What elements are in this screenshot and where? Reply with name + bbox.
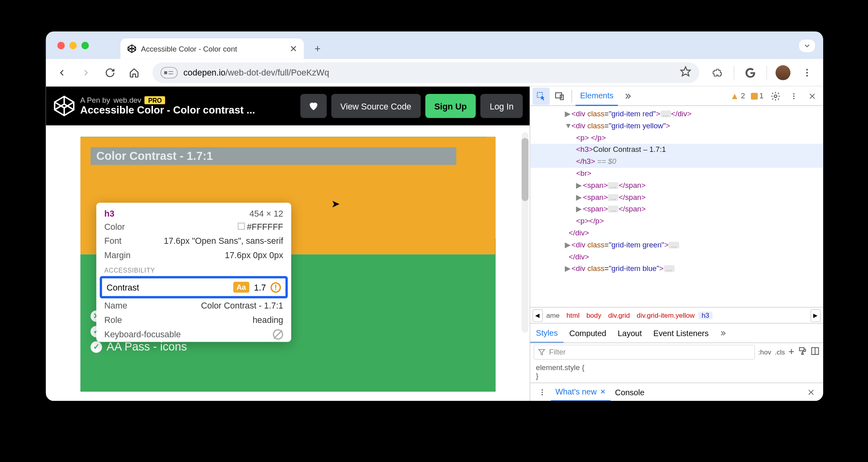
divider-icon: [734, 66, 734, 79]
tab-elements[interactable]: Elements: [576, 86, 618, 106]
tabs-overflow-button[interactable]: [619, 88, 636, 105]
window-maximize-icon[interactable]: [81, 42, 89, 50]
extensions-button[interactable]: [707, 62, 728, 83]
love-button[interactable]: [300, 94, 326, 118]
new-tab-button[interactable]: +: [310, 41, 326, 57]
mouse-cursor-icon: ➤: [331, 197, 340, 210]
issues-warnings[interactable]: ▲2: [728, 91, 747, 101]
pen-author[interactable]: web.dev: [114, 96, 141, 104]
devtools-menu-button[interactable]: [785, 88, 802, 105]
new-style-button[interactable]: +: [788, 346, 794, 358]
codepen-header: A Pen by web.dev PRO Accessible Color - …: [46, 86, 530, 125]
breadcrumb-item[interactable]: body: [583, 311, 604, 319]
info-square-icon: [751, 92, 758, 99]
computed-toggle-button[interactable]: [810, 346, 820, 357]
chrome-menu-button[interactable]: [797, 62, 818, 83]
bookmark-star-icon[interactable]: [680, 66, 692, 79]
dom-line-selected[interactable]: </h3> == $0: [530, 156, 823, 168]
close-icon[interactable]: ✕: [600, 387, 606, 395]
signup-button[interactable]: Sign Up: [425, 94, 476, 118]
forward-button[interactable]: [76, 62, 96, 83]
close-drawer-button[interactable]: [802, 383, 820, 400]
site-info-icon[interactable]: [160, 67, 178, 78]
dom-line[interactable]: ▶<span>…</span>: [530, 180, 823, 192]
svg-point-17: [774, 95, 777, 97]
tab-title: Accessible Color - Color cont: [141, 44, 285, 53]
contrast-chip: Aa: [233, 282, 250, 293]
window-close-icon[interactable]: [57, 42, 65, 50]
profile-avatar[interactable]: [773, 62, 794, 83]
styles-filter-row: Filter :hov .cls +: [530, 343, 823, 361]
inspector-tooltip: h3 454 × 12 Color#FFFFFF Font17.6px "Ope…: [96, 203, 291, 342]
breadcrumb-item-active[interactable]: h3: [698, 311, 712, 319]
contrast-value: 1.7: [254, 282, 266, 292]
tooltip-value: heading: [252, 315, 283, 325]
tab-event-listeners[interactable]: Event Listeners: [648, 323, 714, 343]
pass-icon: ✓: [90, 341, 102, 352]
pen-info: A Pen by web.dev PRO Accessible Color - …: [80, 96, 296, 116]
tab-computed[interactable]: Computed: [564, 323, 612, 343]
svg-marker-7: [681, 66, 690, 76]
svg-point-28: [542, 389, 543, 390]
divider-icon: [766, 66, 767, 79]
google-account-icon[interactable]: [740, 62, 761, 83]
breadcrumb-prev-icon[interactable]: ◀: [532, 309, 543, 322]
styles-filter-input[interactable]: Filter: [534, 345, 755, 359]
breadcrumb-item[interactable]: div.grid-item.yellow: [633, 311, 698, 319]
svg-point-8: [806, 69, 808, 70]
dom-line[interactable]: </div>: [530, 251, 823, 263]
codepen-logo-icon[interactable]: [53, 94, 76, 117]
dom-line[interactable]: <br>: [530, 168, 823, 180]
tab-whats-new[interactable]: What's new✕: [551, 383, 610, 401]
contrast-label: Contrast: [107, 282, 139, 292]
issues-info[interactable]: 1: [748, 92, 766, 100]
tab-styles[interactable]: Styles: [530, 323, 564, 343]
styles-body[interactable]: element.style { }: [530, 361, 823, 382]
device-toggle-button[interactable]: [551, 88, 568, 105]
breadcrumb-overflow[interactable]: ame: [543, 311, 563, 319]
elements-tree[interactable]: ▶<div class="grid-item red">…</div> ▼<di…: [530, 106, 823, 307]
dom-line[interactable]: <p></p>: [530, 215, 823, 227]
dom-line[interactable]: ▶<div class="grid-item red">…</div>: [530, 108, 823, 120]
dom-line[interactable]: ▶<span>…</span>: [530, 191, 823, 203]
breadcrumb-item[interactable]: html: [563, 311, 583, 319]
close-devtools-button[interactable]: [804, 88, 821, 105]
home-button[interactable]: [124, 62, 145, 83]
dom-line[interactable]: ▼<div class="grid-item yellow">: [530, 120, 823, 132]
breadcrumb-next-icon[interactable]: ▶: [810, 309, 821, 322]
url-bar[interactable]: codepen.io/web-dot-dev/full/PoeKzWq: [152, 62, 699, 83]
page-scrollbar[interactable]: [522, 132, 528, 333]
browser-tab[interactable]: Accessible Color - Color cont ✕: [120, 38, 304, 59]
tooltip-label: Keyboard-focusable: [104, 329, 181, 340]
cls-button[interactable]: .cls: [775, 348, 785, 356]
breadcrumb: ◀ ame html body div.grid div.grid-item.y…: [530, 307, 823, 323]
dom-line[interactable]: ▶<span>…</span>: [530, 203, 823, 215]
window-minimize-icon[interactable]: [69, 42, 77, 50]
dom-line[interactable]: </div>: [530, 227, 823, 239]
paint-button[interactable]: [798, 346, 807, 357]
hov-button[interactable]: :hov: [758, 348, 772, 356]
dom-line-selected[interactable]: <h3>Color Contrast – 1.7:1: [530, 144, 823, 156]
back-button[interactable]: [52, 62, 72, 83]
url-text: codepen.io/web-dot-dev/full/PoeKzWq: [184, 68, 674, 77]
dom-line[interactable]: <p> </p>: [530, 132, 823, 144]
drawer-menu-button[interactable]: [534, 383, 551, 400]
tab-layout[interactable]: Layout: [612, 323, 648, 343]
dom-line[interactable]: ▶<div class="grid-item green">…: [530, 239, 823, 251]
login-button[interactable]: Log In: [480, 94, 523, 118]
tab-console[interactable]: Console: [610, 383, 649, 401]
inspect-element-button[interactable]: [532, 88, 550, 105]
not-focusable-icon: [273, 329, 283, 340]
contrast-highlight: Contrast Aa 1.7 !: [100, 276, 288, 299]
tab-strip: Accessible Color - Color cont ✕ +: [46, 32, 823, 59]
reload-button[interactable]: [100, 62, 120, 83]
breadcrumb-item[interactable]: div.grid: [605, 311, 633, 319]
styles-tabbar: Styles Computed Layout Event Listeners: [530, 323, 823, 343]
tab-list-button[interactable]: [799, 40, 815, 52]
settings-button[interactable]: [767, 88, 784, 105]
svg-marker-23: [539, 349, 545, 354]
view-source-button[interactable]: View Source Code: [331, 94, 421, 118]
dom-line[interactable]: ▶<div class="grid-item blue">…: [530, 263, 823, 275]
tab-close-icon[interactable]: ✕: [290, 43, 297, 54]
styles-tabs-overflow[interactable]: [714, 325, 732, 342]
